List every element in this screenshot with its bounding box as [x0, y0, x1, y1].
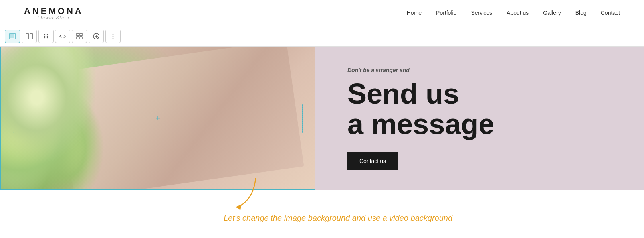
- svg-point-8: [44, 37, 45, 38]
- code-icon: [59, 33, 66, 40]
- svg-point-5: [47, 34, 48, 35]
- drag-button[interactable]: [38, 30, 54, 43]
- svg-rect-2: [26, 33, 28, 39]
- nav-item-gallery[interactable]: Gallery: [543, 10, 561, 16]
- image-section[interactable]: +: [0, 47, 315, 190]
- svg-rect-3: [30, 33, 32, 39]
- cta-title: Send us a message: [347, 79, 612, 139]
- content-area: + Don't be a stranger and Send us a mess…: [0, 47, 644, 190]
- site-header: ANEMONA Flower Store Home Portfolio Serv…: [0, 0, 644, 26]
- svg-marker-20: [236, 204, 242, 210]
- annotation-area: Let's change the image background and us…: [0, 190, 644, 238]
- layout-double-button[interactable]: [22, 30, 37, 43]
- annotation-text: Let's change the image background and us…: [224, 214, 452, 223]
- editable-content-box[interactable]: +: [13, 104, 303, 133]
- logo-subtitle: Flower Store: [38, 16, 70, 20]
- nav-item-blog[interactable]: Blog: [575, 10, 587, 16]
- svg-rect-1: [10, 34, 14, 38]
- layout-single-button[interactable]: [5, 30, 20, 43]
- svg-rect-13: [80, 37, 82, 39]
- nav-item-portfolio[interactable]: Portfolio: [436, 10, 456, 16]
- svg-point-6: [44, 35, 45, 36]
- nav-item-services[interactable]: Services: [471, 10, 492, 16]
- svg-point-9: [47, 37, 48, 38]
- svg-point-19: [113, 37, 114, 39]
- svg-rect-11: [80, 33, 82, 36]
- logo-name: ANEMONA: [24, 6, 83, 16]
- grid-button[interactable]: [72, 30, 87, 43]
- svg-point-4: [44, 34, 45, 35]
- svg-point-18: [113, 35, 114, 37]
- layout-double-icon: [26, 33, 33, 40]
- nav-item-contact[interactable]: Contact: [601, 10, 620, 16]
- more-icon: [109, 33, 117, 40]
- svg-point-17: [113, 33, 114, 35]
- main-nav: Home Portfolio Services About us Gallery…: [407, 9, 620, 16]
- annotation-arrow: [232, 174, 279, 214]
- add-content-icon: +: [155, 114, 160, 123]
- code-button[interactable]: [55, 30, 70, 43]
- layout-single-icon: [9, 33, 16, 40]
- cta-subtitle: Don't be a stranger and: [347, 67, 612, 73]
- contact-us-button[interactable]: Contact us: [347, 152, 398, 170]
- grid-icon: [76, 33, 83, 40]
- drag-icon: [42, 33, 50, 40]
- add-icon: [93, 33, 100, 40]
- nav-item-about[interactable]: About us: [507, 10, 529, 16]
- more-button[interactable]: [105, 30, 121, 43]
- nav-item-home[interactable]: Home: [407, 10, 422, 16]
- cta-section: Don't be a stranger and Send us a messag…: [315, 47, 644, 190]
- svg-point-7: [47, 35, 48, 36]
- logo[interactable]: ANEMONA Flower Store: [24, 6, 83, 20]
- svg-rect-12: [77, 37, 79, 39]
- editor-toolbar: [0, 26, 644, 47]
- svg-rect-10: [77, 33, 79, 36]
- add-button[interactable]: [89, 30, 104, 43]
